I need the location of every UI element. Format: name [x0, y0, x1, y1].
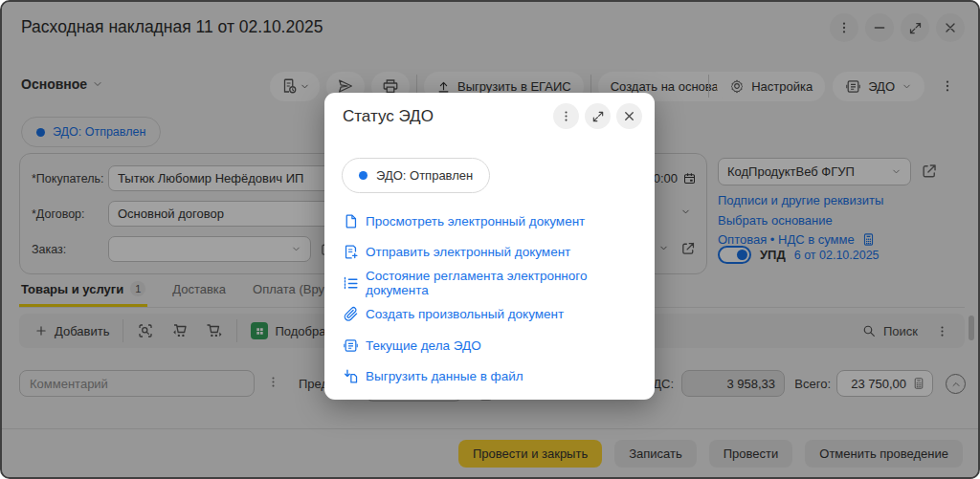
send-electronic-document-link[interactable]: Отправить электронный документ: [343, 237, 645, 269]
regulation-state-link[interactable]: Состояние регламента электронного докуме…: [343, 268, 645, 299]
status-dot-icon: [359, 171, 368, 180]
link-label: Выгрузить данные в файл: [366, 369, 523, 383]
export-data-to-file-link[interactable]: Выгрузить данные в файл: [343, 361, 645, 393]
link-label: Отправить электронный документ: [366, 245, 570, 259]
app-window: Расходная накладная 11 от 02.10.2025 Осн…: [0, 0, 980, 479]
document-icon: [343, 213, 359, 229]
close-icon: [622, 109, 636, 123]
modal-edo-status-label: ЭДО: Отправлен: [376, 168, 473, 183]
edo-status-modal: Статус ЭДО ЭДО: Отправлен Просмотреть эл…: [324, 93, 655, 400]
expand-icon: [591, 110, 605, 123]
link-label: Состояние регламента электронного докуме…: [366, 269, 645, 297]
edo-document-icon: [343, 337, 359, 354]
create-arbitrary-document-link[interactable]: Создать произвольный документ: [343, 299, 645, 331]
link-label: Текущие дела ЭДО: [366, 338, 481, 353]
list-icon: [343, 275, 359, 292]
current-edo-cases-link[interactable]: Текущие дела ЭДО: [343, 330, 645, 361]
kebab-icon: [559, 109, 573, 123]
modal-edo-status-pill[interactable]: ЭДО: Отправлен: [342, 158, 490, 193]
document-plus-icon: [343, 244, 359, 260]
link-label: Создать произвольный документ: [366, 307, 564, 321]
view-electronic-document-link[interactable]: Просмотреть электронный документ: [343, 206, 645, 237]
modal-close-button[interactable]: [616, 103, 642, 129]
export-file-icon: [343, 368, 359, 384]
modal-title: Статус ЭДО: [343, 107, 434, 126]
link-label: Просмотреть электронный документ: [366, 214, 585, 229]
modal-menu-button[interactable]: [553, 103, 579, 129]
modal-expand-button[interactable]: [585, 103, 611, 129]
modal-controls: [553, 103, 642, 129]
edo-actions-list: Просмотреть электронный документ Отправи…: [343, 206, 645, 392]
paperclip-icon: [343, 306, 359, 322]
